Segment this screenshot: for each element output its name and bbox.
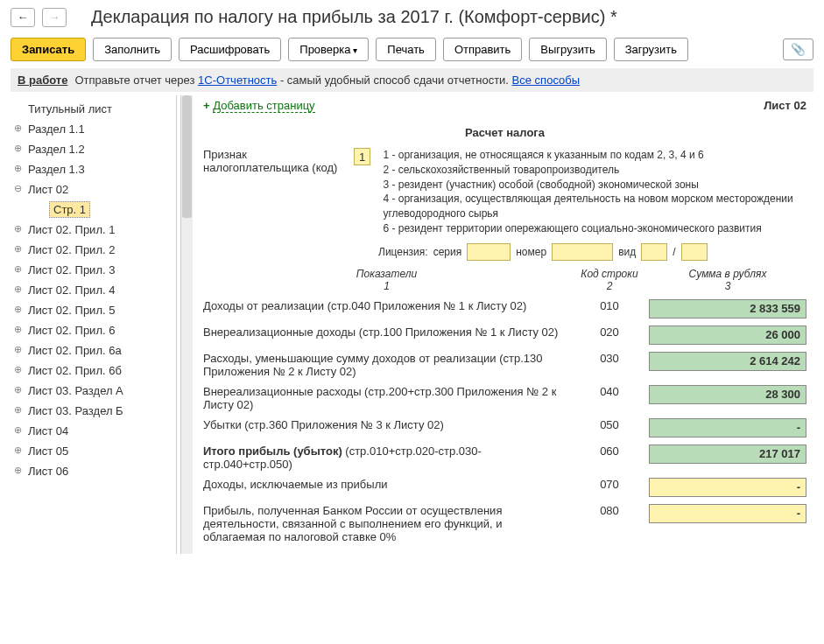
row-label: Расходы, уменьшающие сумму доходов от ре… [203, 352, 570, 378]
data-row-030: Расходы, уменьшающие сумму доходов от ре… [203, 352, 806, 378]
row-code: 050 [570, 418, 649, 431]
value-input[interactable]: - [649, 504, 806, 523]
row-code: 080 [570, 504, 649, 517]
content-panel: + Добавить страницу Лист 02 Расчет налог… [196, 95, 813, 554]
row-code: 060 [570, 444, 649, 458]
row-code: 040 [570, 385, 649, 398]
data-row-070: Доходы, исключаемые из прибыли070- [203, 478, 806, 497]
license-type1-input[interactable] [641, 243, 667, 261]
nav-row: ← → Декларация по налогу на прибыль за 2… [11, 7, 813, 27]
tree-sheet05[interactable]: Лист 05 [11, 441, 176, 461]
tree-appx-5[interactable]: Лист 02. Прил. 5 [11, 300, 176, 320]
row-label: Доходы, исключаемые из прибыли [203, 478, 570, 491]
toolbar: Записать Заполнить Расшифровать Проверка… [11, 38, 813, 61]
tree-appx-4[interactable]: Лист 02. Прил. 4 [11, 280, 176, 300]
tree-appx-3[interactable]: Лист 02. Прил. 3 [11, 260, 176, 280]
column-headers: Показатели1 Код строки2 Сумма в рублях3 [203, 268, 806, 292]
value-input[interactable]: 2 614 242 [649, 352, 806, 371]
license-row: Лицензия: серия номер вид / [378, 243, 806, 261]
row-code: 010 [570, 299, 649, 312]
data-row-020: Внереализационные доходы (стр.100 Прилож… [203, 326, 806, 345]
fill-button[interactable]: Заполнить [93, 38, 172, 61]
data-row-060: Итого прибыль (убыток) (стр.010+стр.020-… [203, 444, 806, 471]
row-label: Итого прибыль (убыток) (стр.010+стр.020-… [203, 444, 570, 471]
value-input[interactable]: 26 000 [649, 326, 806, 345]
row-label: Прибыль, полученная Банком России от осу… [203, 504, 570, 543]
import-button[interactable]: Загрузить [614, 38, 688, 61]
codes-list: 1 - организация, не относящаяся к указан… [383, 148, 806, 236]
row-label: Доходы от реализации (стр.040 Приложения… [203, 299, 570, 312]
taxpayer-label: Признак налогоплательщика (код) [203, 148, 349, 174]
row-code: 020 [570, 326, 649, 339]
tree-sheet03-a[interactable]: Лист 03. Раздел А [11, 381, 176, 401]
data-row-080: Прибыль, полученная Банком России от осу… [203, 504, 806, 543]
row-label: Внереализационные расходы (стр.200+стр.3… [203, 385, 570, 411]
tree-appx-6a[interactable]: Лист 02. Прил. 6а [11, 340, 176, 360]
page-title: Декларация по налогу на прибыль за 2017 … [91, 7, 617, 27]
tree-sheet04[interactable]: Лист 04 [11, 421, 176, 441]
tree-title[interactable]: Титульный лист [11, 99, 176, 119]
back-button[interactable]: ← [11, 8, 35, 27]
form-title: Расчет налога [203, 126, 806, 139]
tree-appx-6b[interactable]: Лист 02. Прил. 6б [11, 360, 176, 381]
tree-sheet-02[interactable]: Лист 02 [11, 179, 176, 200]
value-input[interactable]: - [649, 478, 806, 497]
tree-section-1-1[interactable]: Раздел 1.1 [11, 119, 176, 139]
app-root: ← → Декларация по налогу на прибыль за 2… [0, 0, 824, 561]
forward-button[interactable]: → [42, 8, 67, 27]
export-button[interactable]: Выгрузить [529, 38, 606, 61]
tree-sheet06[interactable]: Лист 06 [11, 461, 176, 481]
data-row-050: Убытки (стр.360 Приложения № 3 к Листу 0… [203, 418, 806, 438]
scroll-thumb[interactable] [182, 95, 192, 218]
write-button[interactable]: Записать [11, 38, 86, 61]
main-area: Титульный лист Раздел 1.1 Раздел 1.2 Раз… [11, 95, 813, 554]
tree-page-1[interactable]: Стр. 1 [11, 200, 176, 220]
paperclip-icon: 📎 [791, 43, 806, 56]
link-1c[interactable]: 1С-Отчетность [198, 74, 277, 87]
send-button[interactable]: Отправить [443, 38, 522, 61]
print-button[interactable]: Печать [376, 38, 436, 61]
status-label[interactable]: В работе [18, 74, 67, 87]
check-button[interactable]: Проверка [288, 38, 369, 61]
license-number-input[interactable] [552, 243, 613, 261]
data-rows: Доходы от реализации (стр.040 Приложения… [203, 299, 806, 543]
tree-sheet03-b[interactable]: Лист 03. Раздел Б [11, 401, 176, 421]
data-row-040: Внереализационные расходы (стр.200+стр.3… [203, 385, 806, 411]
value-input[interactable]: 28 300 [649, 385, 806, 404]
status-text: Отправьте отчет через 1С-Отчетность - са… [74, 74, 580, 87]
tree-section-1-2[interactable]: Раздел 1.2 [11, 139, 176, 159]
tree-section-1-3[interactable]: Раздел 1.3 [11, 159, 176, 179]
decode-button[interactable]: Расшифровать [179, 38, 281, 61]
sheet-label: Лист 02 [764, 99, 806, 112]
tree-appx-6[interactable]: Лист 02. Прил. 6 [11, 320, 176, 340]
taxpayer-code-input[interactable]: 1 [354, 148, 371, 165]
license-seria-input[interactable] [467, 243, 511, 261]
row-code: 070 [570, 478, 649, 491]
license-type2-input[interactable] [681, 243, 708, 261]
link-all-methods[interactable]: Все способы [512, 74, 580, 87]
data-row-010: Доходы от реализации (стр.040 Приложения… [203, 299, 806, 318]
row-label: Убытки (стр.360 Приложения № 3 к Листу 0… [203, 418, 570, 431]
row-label: Внереализационные доходы (стр.100 Прилож… [203, 326, 570, 339]
taxpayer-row: Признак налогоплательщика (код) 1 1 - ор… [203, 148, 806, 236]
attach-button[interactable]: 📎 [783, 38, 813, 60]
add-page-link[interactable]: + Добавить страницу [203, 99, 315, 112]
tree-appx-2[interactable]: Лист 02. Прил. 2 [11, 240, 176, 260]
sidebar: Титульный лист Раздел 1.1 Раздел 1.2 Раз… [11, 95, 177, 554]
row-code: 030 [570, 352, 649, 365]
value-input[interactable]: 217 017 [649, 444, 806, 464]
value-input[interactable]: 2 833 559 [649, 299, 806, 318]
tree-appx-1[interactable]: Лист 02. Прил. 1 [11, 220, 176, 240]
sidebar-scrollbar[interactable] [180, 95, 193, 554]
value-input[interactable]: - [649, 418, 806, 438]
status-bar: В работе Отправьте отчет через 1С-Отчетн… [11, 68, 813, 92]
